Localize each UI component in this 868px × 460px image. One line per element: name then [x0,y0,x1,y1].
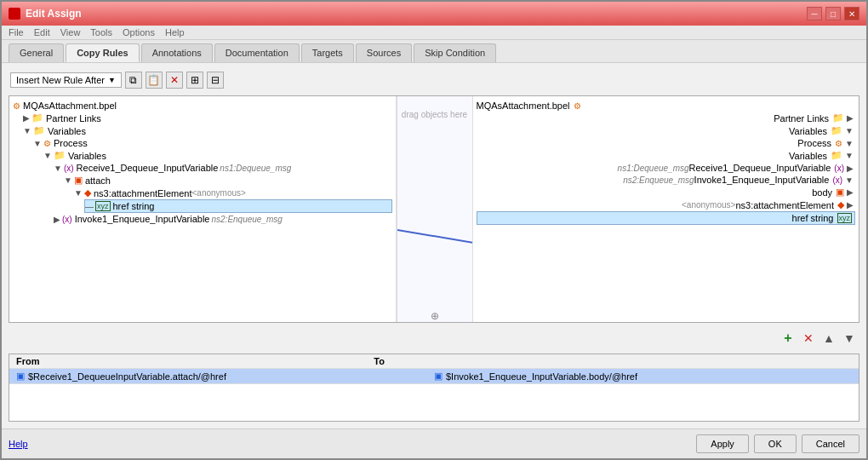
maximize-button[interactable]: □ [825,7,841,20]
delete-tool-icon[interactable]: ✕ [166,72,183,89]
var-icon: (x) [62,215,72,224]
elem-icon: ▣ [74,175,83,186]
right-attachment-element[interactable]: <anonymous> ns3:attachmentElement ◆ ▶ [477,198,856,211]
ok-button[interactable]: OK [754,434,797,453]
tab-targets[interactable]: Targets [301,43,354,62]
paste-tool-icon[interactable]: 📋 [146,72,163,89]
delete-rule-button[interactable]: ✕ [800,330,817,347]
expand-tool-icon[interactable]: ⊞ [186,72,203,89]
move-up-button[interactable]: ▲ [820,330,837,347]
rules-header: From To [9,354,859,369]
right-href-string[interactable]: href string xyz [477,211,856,225]
from-icon: ▣ [16,371,25,382]
left-root[interactable]: ⚙ MQAsAttachment.bpel [13,100,392,112]
left-invoke-var[interactable]: ▶ (x) Invoke1_Enqueue_InputVariable ns2:… [54,213,392,225]
left-process[interactable]: ▼ ⚙ Process [33,137,392,149]
tab-documentation[interactable]: Documentation [214,43,300,62]
copy-tool-icon[interactable]: ⧉ [125,72,142,89]
apply-button[interactable]: Apply [696,434,749,453]
folder-icon: 📁 [832,112,844,124]
type-label: ns2:Enqueue_msg [623,175,694,185]
rule-from-cell: ▣ $Receive1_DequeueInputVariable.attach/… [16,371,434,382]
cancel-button[interactable]: Cancel [802,434,859,453]
tab-bar: General Copy Rules Annotations Documenta… [2,40,866,63]
label: href string [792,213,834,223]
left-attach[interactable]: ▼ ▣ attach [64,174,392,187]
toggle-icon: ▶ [54,215,60,224]
bpel-icon: ⚙ [574,101,581,111]
menu-bar: File Edit View Tools Options Help [2,26,866,40]
toggle-icon: ▼ [64,175,72,185]
svg-line-0 [397,230,472,243]
label: Partner Links [774,113,829,124]
right-receive-var[interactable]: ns1:Dequeue_msg Receive1_Dequeue_InputVa… [477,162,856,174]
menu-item-edit[interactable]: Edit [34,27,50,37]
dropdown-label: Insert New Rule After [16,75,105,85]
close-button[interactable]: ✕ [844,7,859,20]
tab-skip-condition[interactable]: Skip Condition [414,43,496,62]
rule-to-cell: ▣ $Invoke1_Enqueue_InputVariable.body/@h… [434,371,852,382]
left-tree: ⚙ MQAsAttachment.bpel ▶ 📁 Partner Links … [9,96,397,322]
main-window: Edit Assign ─ □ ✕ File Edit View Tools O… [0,0,868,460]
left-variables-top[interactable]: ▼ 📁 Variables [23,124,392,137]
type-label: ns2:Enqueue_msg [211,215,282,224]
tab-annotations[interactable]: Annotations [141,43,213,62]
right-variables[interactable]: Variables 📁 ▼ [477,149,856,162]
right-invoke-var[interactable]: ns2:Enqueue_msg Invoke1_Enqueue_InputVar… [477,174,856,186]
folder-icon: 📁 [831,125,842,136]
left-variables[interactable]: ▼ 📁 Variables [43,149,392,162]
toggle-icon: ▼ [23,126,31,135]
elem-icon: ◆ [837,199,844,210]
to-value: $Invoke1_Enqueue_InputVariable.body/@hre… [446,371,637,382]
move-down-button[interactable]: ▼ [841,330,858,347]
right-process[interactable]: Process ⚙ ▼ [477,137,856,149]
left-partner-links[interactable]: ▶ 📁 Partner Links [23,112,392,124]
folder-icon: 📁 [54,150,66,161]
add-rule-button[interactable]: + [779,330,797,347]
to-icon: ▣ [434,371,443,382]
left-receive-var[interactable]: ▼ (x) Receive1_Dequeue_InputVariable ns1… [54,162,392,174]
center-connector[interactable]: drag objects here ⊕ [397,96,473,322]
toggle-icon: ▼ [54,164,62,173]
label: href string [113,201,155,211]
tab-copy-rules[interactable]: Copy Rules [66,43,140,62]
menu-item-view[interactable]: View [60,27,81,37]
right-body[interactable]: body ▣ ▶ [477,186,856,198]
type-label: ns1:Dequeue_msg [618,164,689,173]
label: Receive1_Dequeue_InputVariable [689,163,831,173]
title-bar: Edit Assign ─ □ ✕ [2,2,866,26]
var-icon: (x) [832,175,842,185]
label: ns3:attachmentElement [735,200,834,210]
content-area: Insert New Rule After ▼ ⧉ 📋 ✕ ⊞ ⊟ ⚙ MQAs… [2,63,866,428]
label: Invoke1_Enqueue_InputVariable [75,214,210,224]
help-link[interactable]: Help [9,439,28,449]
tab-general[interactable]: General [9,43,64,62]
toggle-icon: ▶ [847,187,854,197]
rule-row[interactable]: ▣ $Receive1_DequeueInputVariable.attach/… [9,369,859,384]
left-href-string[interactable]: — xyz href string [84,199,392,213]
string-icon: xyz [837,213,853,223]
right-root[interactable]: MQAsAttachment.bpel ⚙ [477,100,856,112]
label: ns3:attachmentElement [94,188,192,198]
label: Invoke1_Enqueue_InputVariable [694,175,830,185]
right-partner-links[interactable]: Partner Links 📁 ▶ [477,112,856,124]
label: body [812,187,832,198]
menu-item-tools[interactable]: Tools [90,27,112,37]
right-variables-top[interactable]: Variables 📁 ▼ [477,124,856,137]
toggle-icon: ▼ [845,151,854,160]
label: Process [54,138,88,148]
toggle-icon: — [85,202,94,211]
collapse-tool-icon[interactable]: ⊟ [207,72,224,89]
label: Process [797,138,831,148]
menu-item-file[interactable]: File [9,27,24,37]
left-attachment-element[interactable]: ▼ ◆ ns3:attachmentElement <anonymous> [74,187,392,199]
minimize-button[interactable]: ─ [807,7,822,20]
tab-sources[interactable]: Sources [356,43,412,62]
insert-rule-dropdown[interactable]: Insert New Rule After ▼ [10,72,122,88]
toolbar: Insert New Rule After ▼ ⧉ 📋 ✕ ⊞ ⊟ [9,70,859,90]
to-header: To [374,356,385,366]
var-icon: (x) [834,164,844,173]
menu-item-options[interactable]: Options [123,27,155,37]
toggle-icon: ▶ [847,164,854,173]
menu-item-help[interactable]: Help [165,27,185,37]
